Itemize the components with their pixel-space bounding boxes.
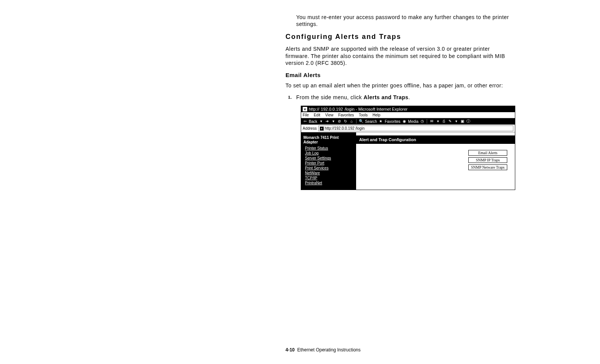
home-icon[interactable]: ⌂ [349, 119, 354, 124]
title-host: 192.0.0.192 [321, 107, 343, 111]
sidebar-item-job-log[interactable]: Job Log [305, 151, 353, 155]
menu-favorites[interactable]: Favorites [338, 113, 354, 117]
toolbar: ⇦ Back ▾ ➔ ▾ ⊘ ↻ ⌂ 🔍 Search ★ Favorites … [301, 118, 515, 124]
step-number: 1. [285, 94, 292, 100]
menu-tools[interactable]: Tools [359, 113, 368, 117]
search-button[interactable]: Search [365, 119, 377, 124]
address-input[interactable]: e http://192.0.0.192 /login [318, 126, 513, 131]
address-bar: Address e http://192.0.0.192 /login [301, 124, 515, 132]
menubar: File Edit View Favorites Tools Help [301, 112, 515, 118]
search-icon[interactable]: 🔍 [359, 119, 363, 124]
back-button[interactable]: Back [309, 119, 317, 124]
note-text: You must re-enter your access password t… [296, 14, 515, 27]
sidebar-item-netware[interactable]: NetWare [305, 171, 353, 175]
favorites-icon[interactable]: ★ [379, 119, 383, 124]
menu-view[interactable]: View [325, 113, 334, 117]
snmp-netware-traps-button[interactable]: SNMP Netware Traps [468, 164, 507, 170]
device-name: Monarch 7411 Print Adapter [303, 135, 353, 145]
menu-edit[interactable]: Edit [314, 113, 320, 117]
sidebar-item-tcpip[interactable]: TCP/IP [305, 176, 353, 180]
menu-help[interactable]: Help [373, 113, 381, 117]
subsection-paragraph: To set up an email alert when the printe… [285, 82, 515, 89]
step-text-pre: From the side menu, click [296, 94, 363, 100]
sidebar-item-printer-status[interactable]: Printer Status [305, 146, 353, 150]
media-button[interactable]: Media [408, 119, 418, 124]
print-icon[interactable]: ⎙ [442, 119, 446, 124]
step-1: 1. From the side menu, click Alerts and … [285, 94, 515, 100]
dropdown-icon[interactable]: ▾ [454, 119, 458, 124]
forward-arrow-icon[interactable]: ➔ [325, 119, 329, 124]
title-prefix: http:// [309, 107, 319, 111]
back-arrow-icon[interactable]: ⇦ [303, 119, 307, 124]
section-heading: Configuring Alerts and Traps [285, 33, 515, 41]
page-footer: 4-10 Ethernet Operating Instructions [285, 347, 361, 353]
sidebar-item-print-services[interactable]: Print Services [305, 166, 353, 170]
stop-icon[interactable]: ⊘ [337, 119, 342, 124]
address-label: Address [303, 126, 317, 130]
step-text-bold: Alerts and Traps [363, 94, 408, 100]
content-area: Monarch 7411 Print Adapter Printer Statu… [301, 132, 515, 190]
media-icon[interactable]: ◉ [402, 119, 406, 124]
titlebar: e http:// 192.0.0.192 /login - Microsoft… [301, 106, 515, 112]
browser-window: e http:// 192.0.0.192 /login - Microsoft… [301, 106, 515, 190]
menu-file[interactable]: File [303, 113, 309, 117]
favorites-button[interactable]: Favorites [385, 119, 400, 124]
email-alerts-button[interactable]: Email Alerts [468, 150, 507, 156]
messenger-icon[interactable]: ⓘ [466, 119, 471, 124]
main-pane: Alert and Trap Configuration Email Alert… [356, 132, 515, 190]
sidebar-item-server-settings[interactable]: Server Settings [305, 156, 353, 160]
page-icon: e [320, 127, 324, 130]
pane-title: Alert and Trap Configuration [356, 135, 515, 144]
options-buttons: Email Alerts SNMP IP Traps SNMP Netware … [468, 150, 507, 170]
step-text-post: . [408, 94, 410, 100]
sidebar-item-printranet[interactable]: PrintraNet [305, 181, 353, 185]
dropdown-icon[interactable]: ▾ [319, 119, 323, 124]
step-text: From the side menu, click Alerts and Tra… [296, 94, 410, 100]
edit-icon[interactable]: ✎ [448, 119, 452, 124]
sidebar-item-printer-port[interactable]: Printer Port [305, 161, 353, 165]
subsection-heading: Email Alerts [285, 72, 515, 78]
dropdown-icon[interactable]: ▾ [331, 119, 335, 124]
snmp-ip-traps-button[interactable]: SNMP IP Traps [468, 157, 507, 163]
title-suffix: /login - Microsoft Internet Explorer [345, 107, 408, 111]
history-icon[interactable]: ◷ [420, 119, 424, 124]
address-value: http://192.0.0.192 /login [325, 126, 365, 130]
discuss-icon[interactable]: ▣ [460, 119, 465, 124]
mail-icon[interactable]: ✉ [429, 119, 434, 124]
sidebar: Monarch 7411 Print Adapter Printer Statu… [301, 132, 356, 190]
ie-logo-icon: e [303, 107, 307, 111]
refresh-icon[interactable]: ↻ [343, 119, 348, 124]
page-number: 4-10 [285, 347, 295, 353]
separator [356, 119, 356, 124]
dropdown-icon[interactable]: ▾ [435, 119, 440, 124]
section-paragraph: Alerts and SNMP are supported with the r… [285, 45, 515, 66]
doc-title: Ethernet Operating Instructions [297, 347, 361, 353]
separator [427, 119, 427, 124]
